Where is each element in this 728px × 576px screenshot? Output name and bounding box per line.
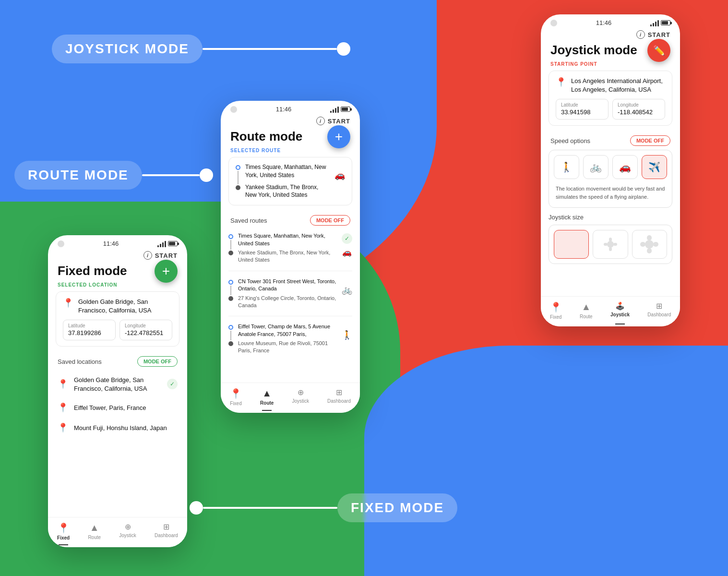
- joystick-lon-label: Longitude: [618, 102, 660, 108]
- joystick-speed-options: 🚶 🚲 🚗 ✈️: [554, 155, 667, 183]
- route-selected-label: SELECTED ROUTE: [221, 148, 360, 157]
- fixed-info-icon[interactable]: i: [143, 251, 152, 260]
- joystick-nav-joystick[interactable]: 🕹️ Joystick: [610, 301, 630, 320]
- route-nav-joystick[interactable]: ⊕ Joystick: [292, 388, 309, 406]
- fixed-saved-2[interactable]: 📍 Eiffel Tower, Paris, France: [48, 397, 187, 418]
- fixed-saved-1-icon: 📍: [58, 379, 68, 389]
- fixed-mode-line: [203, 507, 337, 509]
- svg-rect-11: [647, 235, 652, 240]
- svg-rect-3: [567, 243, 570, 245]
- joystick-lat-value: 33.941598: [561, 108, 590, 116]
- fixed-saved-2-icon: 📍: [58, 402, 68, 413]
- joystick-size-section: Joystick size: [541, 208, 680, 268]
- fixed-lat-label: Latitude: [68, 323, 110, 328]
- fixed-saved-2-text: Eiffel Tower, Paris, France: [74, 403, 178, 412]
- fixed-mode-pill: FIXED MODE: [337, 493, 457, 522]
- route-saved-3-to: Louvre Museum, Rue de Rivoli, 75001 Pari…: [238, 340, 337, 355]
- svg-rect-14: [653, 242, 658, 247]
- joystick-size-large[interactable]: [632, 230, 667, 259]
- route-to: Yankee Stadium, The Bronx, New York, Uni…: [245, 183, 330, 200]
- joystick-status-time: 11:46: [596, 19, 612, 26]
- route-saved-2-from: CN Tower 301 Front Street West, Toronto,…: [238, 278, 337, 293]
- fixed-mode-dot: [190, 501, 203, 515]
- joystick-nav-route[interactable]: ▲ Route: [580, 301, 593, 320]
- speed-plane[interactable]: ✈️: [642, 155, 667, 179]
- route-nav-fixed[interactable]: 📍 Fixed: [230, 388, 242, 406]
- route-mode-line: [142, 174, 200, 176]
- route-fab[interactable]: +: [327, 125, 350, 148]
- fixed-location-card: 📍 Golden Gate Bridge, San Francisco, Cal…: [56, 291, 179, 347]
- fixed-saved-1[interactable]: 📍 Golden Gate Bridge, San Francisco, Cal…: [48, 371, 187, 397]
- route-saved-label: Saved routes: [230, 217, 267, 224]
- phone-joystick: 11:46 i START Joystick mode ✏️ STARTING …: [541, 14, 680, 326]
- joystick-start-btn[interactable]: START: [648, 31, 670, 38]
- phone-fixed: 11:46 i START Fixed mode + SELECTED LOCA…: [48, 235, 187, 547]
- route-walk-3: 🚶: [342, 330, 352, 340]
- route-saved-1[interactable]: Times Square, Manhattan, New York, Unite…: [221, 229, 360, 267]
- fixed-location-pin-icon: 📍: [63, 298, 73, 308]
- joystick-size-medium[interactable]: [593, 230, 628, 259]
- route-saved-3[interactable]: Eiffel Tower, Champ de Mars, 5 Avenue An…: [221, 320, 360, 358]
- fixed-saved-header: Saved locations MODE OFF: [48, 352, 187, 371]
- fixed-lat-box: Latitude 37.8199286: [63, 320, 116, 340]
- joystick-mode-pill: JOYSTICK MODE: [52, 35, 203, 63]
- fixed-fab[interactable]: +: [155, 260, 178, 283]
- fixed-nav-dashboard[interactable]: ⊞ Dashboard: [155, 522, 178, 540]
- svg-rect-7: [609, 247, 612, 251]
- route-car-icon: 🚗: [334, 170, 345, 180]
- speed-walk[interactable]: 🚶: [554, 155, 579, 179]
- route-saved-2-to: 27 King's College Circle, Toronto, Ontar…: [238, 295, 337, 310]
- svg-rect-1: [571, 240, 573, 242]
- fixed-check-1: ✓: [167, 379, 178, 389]
- route-status-time: 11:46: [276, 106, 292, 113]
- speed-bike[interactable]: 🚲: [583, 155, 609, 179]
- joystick-size-small[interactable]: [554, 230, 589, 259]
- joystick-nav-bar: 📍 Fixed ▲ Route 🕹️ Joystick ⊞ Dashboard: [541, 296, 680, 326]
- route-nav-dashboard[interactable]: ⊞ Dashboard: [327, 388, 351, 406]
- joystick-mode-off-btn[interactable]: MODE OFF: [630, 135, 670, 146]
- joystick-lon-value: -118.408542: [618, 108, 653, 116]
- svg-rect-5: [607, 241, 614, 248]
- joystick-edit-fab[interactable]: ✏️: [647, 39, 670, 62]
- route-nav-route[interactable]: ▲ Route: [260, 388, 274, 406]
- fixed-saved-3-text: Mount Fuji, Honshu Island, Japan: [74, 423, 178, 432]
- joystick-lat-label: Latitude: [561, 102, 603, 108]
- fixed-nav-route[interactable]: ▲ Route: [88, 522, 101, 540]
- route-title-row: Route mode +: [221, 129, 360, 148]
- route-saved-3-from: Eiffel Tower, Champ de Mars, 5 Avenue An…: [238, 323, 337, 338]
- joystick-mode-label: JOYSTICK MODE: [52, 35, 350, 63]
- svg-rect-8: [604, 243, 608, 246]
- route-nav-bar: 📍 Fixed ▲ Route ⊕ Joystick ⊞ Dashboard: [221, 383, 360, 413]
- route-mode-label: ROUTE MODE: [14, 161, 213, 190]
- route-start-btn[interactable]: START: [328, 118, 350, 125]
- route-status-icons: [330, 106, 350, 113]
- route-info-icon[interactable]: i: [316, 117, 325, 125]
- svg-rect-10: [645, 240, 654, 249]
- route-saved-header: Saved routes MODE OFF: [221, 211, 360, 229]
- route-from: Times Square, Manhattan, New York, Unite…: [245, 163, 330, 180]
- fixed-start-btn[interactable]: START: [155, 252, 178, 259]
- route-mode-pill: ROUTE MODE: [14, 161, 142, 190]
- speed-car[interactable]: 🚗: [612, 155, 638, 179]
- joystick-nav-dashboard[interactable]: ⊞ Dashboard: [647, 301, 671, 320]
- joystick-location-text: Los Angeles International Airport, Los A…: [571, 77, 665, 94]
- route-saved-2[interactable]: CN Tower 301 Front Street West, Toronto,…: [221, 275, 360, 312]
- fixed-mode-off-btn[interactable]: MODE OFF: [137, 356, 178, 367]
- fixed-status-icons: [157, 240, 178, 247]
- joystick-mode-dot: [337, 42, 350, 56]
- route-mode-off-btn[interactable]: MODE OFF: [310, 215, 350, 226]
- joystick-info-icon[interactable]: i: [636, 30, 645, 39]
- route-saved-1-to: Yankee Stadium, The Bronx, New York, Uni…: [238, 249, 337, 264]
- fixed-nav-joystick[interactable]: ⊕ Joystick: [119, 522, 136, 540]
- joystick-mode-line: [203, 48, 337, 50]
- fixed-saved-label: Saved locations: [58, 358, 102, 365]
- fixed-nav-fixed[interactable]: 📍 Fixed: [57, 522, 70, 540]
- joystick-speed-card: 🚶 🚲 🚗 ✈️ The location movement would be …: [549, 150, 672, 208]
- fixed-status-time: 11:46: [103, 240, 119, 247]
- joystick-pin-icon: 📍: [556, 77, 566, 87]
- joystick-speed-header: Speed options MODE OFF: [541, 132, 680, 150]
- phone-route: 11:46 i START Route mode + SELECTED ROUT…: [221, 101, 360, 413]
- joystick-status-bar: 11:46: [541, 14, 680, 28]
- fixed-saved-3[interactable]: 📍 Mount Fuji, Honshu Island, Japan: [48, 418, 187, 438]
- joystick-nav-fixed[interactable]: 📍 Fixed: [550, 301, 562, 320]
